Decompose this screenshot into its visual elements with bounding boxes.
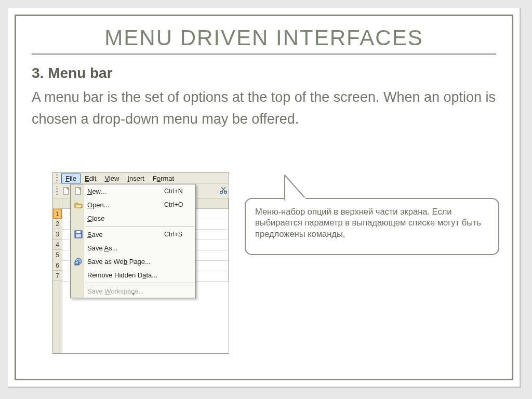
new-icon [73, 185, 84, 197]
save-icon [73, 229, 84, 240]
menubar-grip-icon [56, 174, 58, 182]
menu-item-label: Save As... [87, 244, 164, 252]
menu-item-label: Save as Web Page... [87, 258, 164, 265]
callout-text: Меню-набор опций в верхней части экрана.… [255, 207, 481, 238]
menu-item-label: Save [87, 231, 164, 238]
menu-item-label: Open... [87, 201, 164, 209]
slide-body-text: A menu bar is the set of options at the … [32, 87, 496, 130]
cut-icon[interactable] [219, 186, 228, 194]
menu-view[interactable]: View [100, 174, 123, 183]
menu-insert[interactable]: Insert [123, 174, 149, 183]
row-headers: 1 2 3 4 5 6 7 [53, 198, 62, 353]
row-header[interactable]: 5 [53, 250, 62, 260]
svg-point-8 [220, 191, 223, 194]
menu-separator [85, 226, 194, 227]
menu-item-shortcut: Ctrl+N [164, 188, 195, 195]
svg-rect-3 [76, 231, 81, 233]
save-web-icon [73, 256, 84, 267]
menu-item-label: Save Workspace... [87, 287, 164, 295]
menu-item-shortcut: Ctrl+O [164, 201, 195, 208]
row-header[interactable]: 4 [53, 240, 62, 250]
menu-item-new[interactable]: New... Ctrl+N [71, 184, 195, 198]
row-header[interactable]: 3 [53, 229, 62, 240]
svg-rect-7 [76, 262, 78, 263]
corner-cell [53, 198, 62, 209]
menu-file[interactable]: File [61, 174, 81, 183]
menu-item-close[interactable]: Close [71, 211, 195, 225]
blank-icon [73, 212, 84, 224]
slide-content: MENU DRIVEN INTERFACES 3. Menu bar A men… [15, 15, 513, 380]
toolbar-grip-icon [56, 187, 58, 196]
menu-item-save-web[interactable]: Save as Web Page... [71, 255, 195, 268]
blank-icon [73, 285, 84, 297]
menu-item-save[interactable]: Save Ctrl+S [71, 228, 195, 241]
app-screenshot: File Edit View Insert Format [52, 172, 229, 354]
menu-edit[interactable]: Edit [81, 174, 100, 183]
blank-icon [73, 269, 84, 281]
expand-chevron-icon[interactable]: ▾ [132, 291, 135, 297]
open-icon [73, 199, 84, 210]
menu-item-label: Close [87, 215, 164, 222]
svg-point-9 [224, 191, 227, 194]
blank-icon [73, 242, 84, 254]
row-header[interactable]: 7 [53, 271, 62, 281]
menu-item-remove-hidden[interactable]: Remove Hidden Data... [71, 268, 195, 282]
menu-item-label: Remove Hidden Data... [87, 271, 164, 279]
row-header[interactable]: 1 [53, 209, 62, 219]
menu-format[interactable]: Format [149, 174, 178, 183]
slide-card: MENU DRIVEN INTERFACES 3. Menu bar A men… [8, 8, 521, 388]
menu-item-label: New... [87, 188, 164, 195]
menu-separator [85, 283, 194, 283]
file-dropdown: New... Ctrl+N Open... Ctrl+O Close [70, 184, 196, 298]
menu-item-open[interactable]: Open... Ctrl+O [71, 198, 195, 211]
row-header[interactable]: 2 [53, 219, 62, 229]
slide-title: MENU DRIVEN INTERFACES [32, 25, 496, 55]
menu-item-shortcut: Ctrl+S [164, 231, 195, 238]
callout-bubble: Меню-набор опций в верхней части экрана.… [245, 198, 499, 255]
col-header[interactable] [195, 198, 229, 208]
menubar: File Edit View Insert Format [53, 172, 229, 184]
svg-rect-4 [76, 234, 81, 237]
menu-item-save-as[interactable]: Save As... [71, 241, 195, 255]
slide-subtitle: 3. Menu bar [32, 65, 496, 82]
row-header[interactable]: 6 [53, 260, 62, 271]
callout-tail-icon [284, 174, 315, 205]
